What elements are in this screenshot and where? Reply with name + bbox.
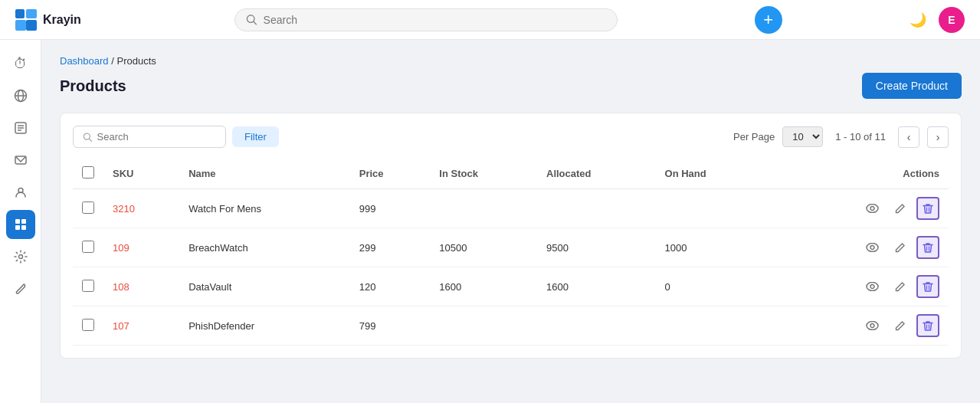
- svg-point-19: [18, 255, 22, 259]
- view-icon-1[interactable]: [861, 237, 883, 258]
- row-checkbox-0[interactable]: [82, 202, 94, 214]
- row-name: Watch For Mens: [179, 189, 350, 228]
- row-checkbox-cell: [73, 228, 103, 267]
- app-name: Krayin: [43, 13, 81, 27]
- view-icon-3[interactable]: [861, 315, 883, 336]
- dark-mode-toggle[interactable]: 🌙: [910, 11, 926, 28]
- row-allocated: [537, 306, 656, 346]
- sidebar: ⏱: [0, 40, 41, 403]
- next-page-button[interactable]: ›: [927, 126, 949, 148]
- row-name: BreachWatch: [179, 228, 350, 267]
- delete-icon-1[interactable]: [916, 236, 939, 259]
- sidebar-item-products[interactable]: [6, 210, 35, 239]
- view-icon-2[interactable]: [861, 276, 883, 297]
- sidebar-item-settings[interactable]: [6, 242, 35, 271]
- row-on-hand: [656, 189, 768, 228]
- sidebar-item-mail[interactable]: [6, 146, 35, 175]
- col-price: Price: [350, 159, 431, 189]
- select-all-cell: [73, 159, 103, 189]
- svg-point-22: [867, 205, 878, 213]
- row-name: PhishDefender: [179, 306, 350, 346]
- svg-line-21: [89, 139, 91, 141]
- row-sku: 108: [103, 267, 179, 306]
- page-header: Products Create Product: [60, 73, 962, 99]
- row-name: DataVault: [179, 267, 350, 306]
- edit-icon-0[interactable]: [889, 198, 910, 219]
- edit-icon-3[interactable]: [889, 315, 910, 336]
- breadcrumb: Dashboard / Products: [60, 55, 962, 67]
- view-icon-0[interactable]: [861, 198, 883, 219]
- row-price: 999: [350, 189, 431, 228]
- delete-icon-3[interactable]: [916, 314, 939, 337]
- filter-button[interactable]: Filter: [232, 126, 279, 147]
- svg-point-35: [870, 324, 874, 328]
- edit-icon-2[interactable]: [889, 276, 910, 297]
- row-actions-cell: [768, 306, 949, 346]
- row-on-hand: [656, 306, 768, 346]
- row-price: 299: [350, 228, 431, 267]
- global-search-bar[interactable]: [234, 8, 618, 31]
- row-on-hand: 1000: [656, 228, 768, 267]
- row-in-stock: 10500: [430, 228, 537, 267]
- edit-icon-1[interactable]: [889, 237, 910, 258]
- svg-point-34: [867, 322, 878, 330]
- col-in-stock: In Stock: [430, 159, 537, 189]
- breadcrumb-dashboard[interactable]: Dashboard: [60, 55, 109, 67]
- row-actions-cell: [768, 267, 949, 306]
- svg-point-23: [870, 207, 874, 211]
- row-actions-cell: [768, 189, 949, 228]
- row-actions-cell: [768, 228, 949, 267]
- delete-icon-0[interactable]: [916, 197, 939, 220]
- col-actions: Actions: [768, 159, 949, 189]
- table-row: 3210 Watch For Mens 999: [73, 189, 949, 228]
- sidebar-item-tasks[interactable]: [6, 113, 35, 143]
- row-allocated: 1600: [537, 267, 656, 306]
- per-page-select[interactable]: 10 25 50: [782, 126, 823, 147]
- user-avatar[interactable]: E: [939, 7, 965, 33]
- breadcrumb-current: Products: [116, 55, 156, 67]
- svg-rect-0: [15, 9, 25, 18]
- table-row: 109 BreachWatch 299 10500 9500 1000: [73, 228, 949, 267]
- svg-rect-16: [21, 219, 26, 224]
- create-product-button[interactable]: Create Product: [862, 73, 962, 99]
- sidebar-item-contacts[interactable]: [6, 178, 35, 207]
- nav-right: 🌙 E: [910, 7, 965, 33]
- prev-page-button[interactable]: ‹: [898, 126, 919, 148]
- svg-rect-18: [21, 225, 26, 230]
- app-logo: Krayin: [15, 9, 107, 31]
- products-table: SKU Name Price In Stock Allocated On Han…: [73, 159, 949, 346]
- row-sku: 109: [103, 228, 179, 267]
- products-card: Filter Per Page 10 25 50 1 - 10 of 11 ‹ …: [60, 113, 962, 359]
- row-allocated: 9500: [537, 228, 656, 267]
- select-all-checkbox[interactable]: [82, 166, 94, 179]
- table-search-wrap[interactable]: [73, 126, 226, 148]
- svg-rect-15: [15, 219, 20, 224]
- row-on-hand: 0: [656, 267, 768, 306]
- row-checkbox-2[interactable]: [82, 280, 94, 292]
- row-in-stock: [430, 189, 537, 228]
- global-search-input[interactable]: [264, 14, 607, 26]
- row-price: 799: [350, 306, 431, 346]
- sidebar-item-network[interactable]: [6, 81, 35, 110]
- sidebar-item-activity[interactable]: ⏱: [6, 49, 35, 78]
- row-sku: 107: [103, 306, 179, 346]
- logo-icon: [15, 9, 37, 31]
- add-button[interactable]: +: [755, 6, 782, 34]
- sidebar-item-tools[interactable]: [6, 274, 35, 303]
- svg-point-26: [867, 244, 878, 252]
- svg-rect-2: [15, 20, 26, 31]
- svg-point-31: [870, 285, 874, 289]
- row-checkbox-1[interactable]: [82, 241, 94, 253]
- row-checkbox-3[interactable]: [82, 319, 94, 331]
- row-checkbox-cell: [73, 306, 103, 346]
- svg-rect-1: [26, 9, 37, 18]
- svg-line-5: [254, 21, 256, 24]
- svg-point-27: [870, 246, 874, 250]
- table-search-input[interactable]: [97, 131, 216, 143]
- card-toolbar: Filter Per Page 10 25 50 1 - 10 of 11 ‹ …: [73, 126, 949, 148]
- page-title: Products: [60, 77, 126, 95]
- delete-icon-2[interactable]: [916, 275, 939, 298]
- search-icon: [246, 14, 257, 25]
- row-checkbox-cell: [73, 189, 103, 228]
- svg-rect-17: [15, 225, 20, 230]
